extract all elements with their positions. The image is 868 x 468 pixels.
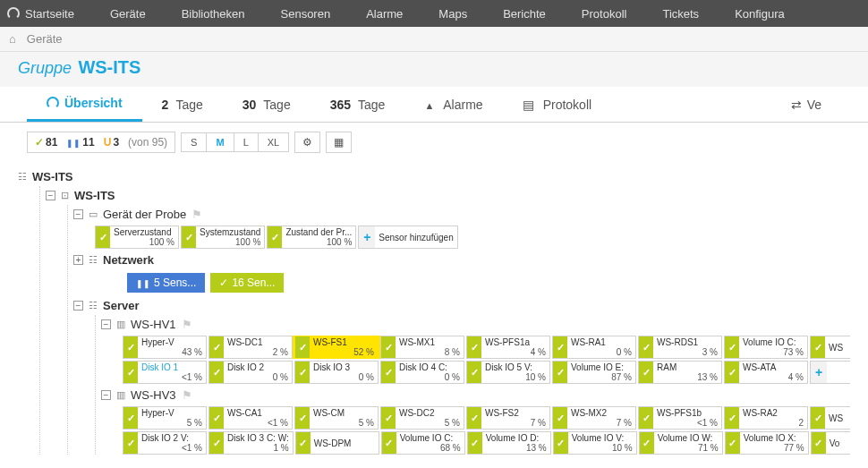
sensor-value: 100 %: [285, 237, 352, 247]
sensor-tile[interactable]: WS-FS27 %: [466, 406, 550, 430]
nav-konfiguration[interactable]: Konfigura: [735, 7, 785, 21]
collapse-icon[interactable]: −: [73, 209, 83, 219]
nav-geraete[interactable]: Geräte: [110, 7, 146, 21]
tab-30-days[interactable]: 30 Tage: [223, 89, 311, 121]
tab-2-days[interactable]: 2 Tage: [142, 89, 223, 121]
sensor-tile[interactable]: Sensor hinzufügen: [358, 225, 457, 249]
sensor-tile[interactable]: Volume IO W:71 %: [639, 431, 723, 455]
sensor-tile[interactable]: WS-PFS1a4 %: [466, 336, 550, 359]
status-pill[interactable]: 5 Sens...: [127, 273, 205, 293]
sensor-tile[interactable]: WS: [810, 406, 850, 430]
sensor-tile[interactable]: Volume IO C:73 %: [724, 336, 808, 359]
sensor-tile[interactable]: WS-RA22: [724, 406, 808, 430]
sensor-tile[interactable]: WS-DPM: [295, 431, 379, 455]
flag-icon[interactable]: ⚑: [182, 318, 192, 331]
sensor-tile[interactable]: Volume IO X:77 %: [725, 431, 809, 455]
sensor-tile[interactable]: Volume IO D:13 %: [467, 431, 551, 455]
page-title-row: Gruppe WS-ITS: [0, 52, 868, 87]
sensor-value: 71 %: [658, 443, 719, 453]
tree-node-host[interactable]: −▥WS-HV3⚑: [101, 386, 850, 404]
size-s[interactable]: S: [182, 133, 207, 151]
tree-root[interactable]: ☷ WS-ITS: [18, 167, 850, 186]
check-icon: [554, 432, 568, 454]
count-total: (von 95): [128, 136, 167, 149]
sensor-tile[interactable]: WS-DC12 %: [208, 336, 293, 359]
tab-alarms[interactable]: Alarme: [404, 89, 502, 121]
collapse-icon[interactable]: −: [73, 301, 83, 311]
sensor-body: Disk IO 30 %: [310, 362, 378, 383]
tree-node-probe-device[interactable]: − ▭ Gerät der Probe ⚑: [73, 205, 850, 224]
collapse-icon[interactable]: −: [46, 191, 55, 200]
sensor-tile[interactable]: Serverzustand100 %: [95, 225, 179, 249]
nav-berichte[interactable]: Berichte: [503, 7, 546, 21]
sensor-value: 100 %: [114, 237, 174, 247]
nav-startseite[interactable]: Startseite: [25, 7, 74, 21]
plus-icon: [359, 226, 375, 248]
sensor-tile[interactable]: Systemzustand100 %: [181, 225, 265, 249]
sensor-value: 13 %: [657, 372, 718, 382]
settings-button[interactable]: ⚙: [294, 132, 320, 153]
sensor-value: 13 %: [486, 443, 547, 453]
sensor-tile[interactable]: WS-CM5 %: [294, 406, 379, 430]
expand-icon[interactable]: +: [73, 255, 83, 265]
sensor-value: 10 %: [572, 443, 633, 453]
sensor-tile[interactable]: WS-FS152 %: [294, 336, 379, 359]
sensor-tile[interactable]: Disk IO 20 %: [208, 361, 293, 384]
sensor-tile[interactable]: WS-ATA4 %: [724, 361, 808, 384]
status-pill[interactable]: 16 Sen...: [210, 273, 284, 293]
collapse-icon[interactable]: −: [101, 390, 111, 400]
tab-compare[interactable]: ⇄ Ve: [771, 89, 841, 121]
breadcrumb-item[interactable]: Geräte: [27, 32, 63, 46]
home-icon[interactable]: ⌂: [9, 32, 16, 46]
tab-365-days[interactable]: 365 Tage: [311, 89, 405, 121]
sensor-tile[interactable]: WS-DC25 %: [380, 406, 464, 430]
tree-node-server[interactable]: − ☷ Server: [73, 296, 850, 315]
sensor-name: WS-FS1: [313, 337, 374, 347]
nav-alarme[interactable]: Alarme: [366, 7, 403, 21]
sensor-tile[interactable]: Hyper-V5 %: [123, 406, 207, 430]
nav-maps[interactable]: Maps: [438, 7, 467, 21]
sensor-tile[interactable]: WS-RDS13 %: [638, 336, 722, 359]
nav-protokoll[interactable]: Protokoll: [582, 7, 627, 21]
tab-overview[interactable]: Übersicht: [27, 87, 142, 122]
sensor-tile[interactable]: Volume IO C:68 %: [381, 431, 465, 455]
sensor-tile[interactable]: Disk IO 4 C:0 %: [380, 361, 464, 384]
flag-icon[interactable]: ⚑: [182, 388, 192, 402]
tree-node-wsits[interactable]: − ⊡ WS-ITS: [46, 186, 850, 205]
nav-bibliotheken[interactable]: Bibliotheken: [182, 7, 245, 21]
sensor-tile[interactable]: Disk IO 5 V:10 %: [466, 361, 550, 384]
sensor-tile[interactable]: WS: [810, 336, 850, 359]
sensor-name: WS-FS2: [485, 408, 546, 418]
sensor-tile[interactable]: Disk IO 2 V:<1 %: [123, 431, 207, 455]
sensor-tile[interactable]: WS-MX27 %: [552, 406, 636, 430]
sensor-tile[interactable]: Volume IO E:87 %: [552, 361, 636, 384]
sensor-name: Hyper-V: [141, 337, 202, 347]
tab-protocol[interactable]: Protokoll: [503, 89, 611, 121]
sensor-tile[interactable]: [810, 361, 850, 384]
sensor-tile[interactable]: WS-CA1<1 %: [208, 406, 293, 430]
sensor-tile[interactable]: RAM13 %: [638, 361, 722, 384]
sensor-tile[interactable]: Zustand der Pr...100 %: [267, 225, 356, 249]
sensor-tile[interactable]: Hyper-V43 %: [123, 336, 207, 359]
sensor-body: Disk IO 2 V:<1 %: [138, 432, 206, 454]
warn-icon: [104, 136, 112, 149]
size-m[interactable]: M: [207, 133, 234, 151]
collapse-icon[interactable]: −: [101, 319, 111, 329]
grid-view-button[interactable]: ▦: [326, 132, 352, 153]
nav-sensoren[interactable]: Sensoren: [281, 7, 331, 21]
size-l[interactable]: L: [234, 133, 259, 151]
nav-tickets[interactable]: Tickets: [662, 7, 699, 21]
sensor-tile[interactable]: WS-MX18 %: [380, 336, 464, 359]
sensor-tile[interactable]: Disk IO 30 %: [294, 361, 379, 384]
sensor-tile[interactable]: WS-RA10 %: [552, 336, 636, 359]
tree-node-host[interactable]: −▥WS-HV1⚑: [101, 315, 850, 334]
sensor-tile[interactable]: Disk IO 3 C: W:1 %: [208, 431, 294, 455]
size-xl[interactable]: XL: [259, 133, 288, 151]
sensor-tile[interactable]: WS-PFS1b<1 %: [638, 406, 722, 430]
flag-icon[interactable]: ⚑: [191, 208, 202, 221]
sensor-tile[interactable]: Volume IO V:10 %: [553, 431, 637, 455]
sensor-row: Disk IO 2 V:<1 %Disk IO 3 C: W:1 %WS-DPM…: [123, 431, 850, 455]
tree-node-netzwerk[interactable]: + ☷ Netzwerk: [73, 251, 850, 269]
sensor-tile[interactable]: Disk IO 1<1 %: [123, 361, 207, 384]
sensor-tile[interactable]: Vo: [811, 431, 850, 455]
